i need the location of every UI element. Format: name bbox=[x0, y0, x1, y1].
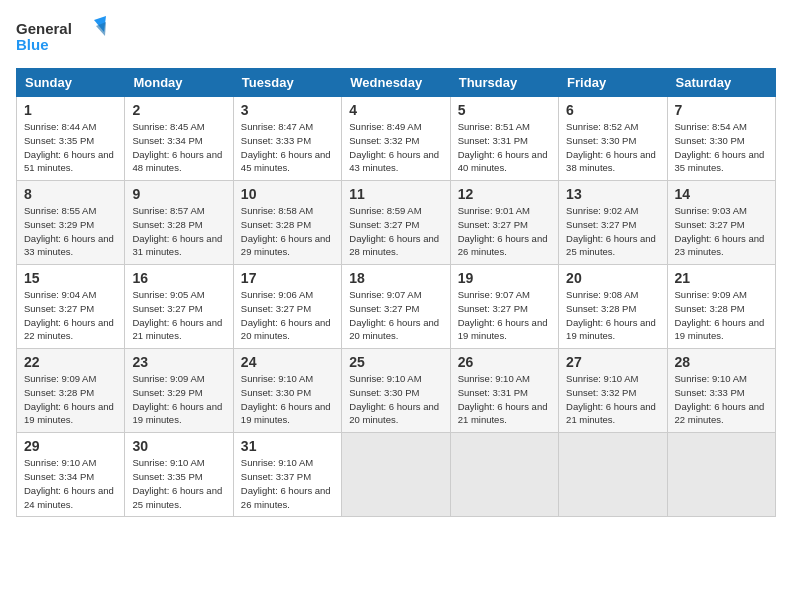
day-number: 11 bbox=[349, 186, 442, 202]
day-number: 25 bbox=[349, 354, 442, 370]
logo: General Blue bbox=[16, 16, 106, 56]
calendar-cell: 7Sunrise: 8:54 AMSunset: 3:30 PMDaylight… bbox=[667, 97, 775, 181]
day-number: 1 bbox=[24, 102, 117, 118]
day-info: Sunrise: 9:03 AMSunset: 3:27 PMDaylight:… bbox=[675, 204, 768, 259]
day-number: 8 bbox=[24, 186, 117, 202]
day-info: Sunrise: 8:58 AMSunset: 3:28 PMDaylight:… bbox=[241, 204, 334, 259]
calendar-table: SundayMondayTuesdayWednesdayThursdayFrid… bbox=[16, 68, 776, 517]
day-number: 5 bbox=[458, 102, 551, 118]
day-number: 10 bbox=[241, 186, 334, 202]
col-header-saturday: Saturday bbox=[667, 69, 775, 97]
day-info: Sunrise: 9:09 AMSunset: 3:28 PMDaylight:… bbox=[675, 288, 768, 343]
calendar-cell: 13Sunrise: 9:02 AMSunset: 3:27 PMDayligh… bbox=[559, 181, 667, 265]
day-info: Sunrise: 9:10 AMSunset: 3:37 PMDaylight:… bbox=[241, 456, 334, 511]
col-header-tuesday: Tuesday bbox=[233, 69, 341, 97]
day-info: Sunrise: 9:08 AMSunset: 3:28 PMDaylight:… bbox=[566, 288, 659, 343]
day-number: 23 bbox=[132, 354, 225, 370]
calendar-cell: 29Sunrise: 9:10 AMSunset: 3:34 PMDayligh… bbox=[17, 433, 125, 517]
day-info: Sunrise: 8:47 AMSunset: 3:33 PMDaylight:… bbox=[241, 120, 334, 175]
calendar-cell: 5Sunrise: 8:51 AMSunset: 3:31 PMDaylight… bbox=[450, 97, 558, 181]
calendar-cell bbox=[559, 433, 667, 517]
day-info: Sunrise: 9:10 AMSunset: 3:31 PMDaylight:… bbox=[458, 372, 551, 427]
day-info: Sunrise: 8:49 AMSunset: 3:32 PMDaylight:… bbox=[349, 120, 442, 175]
day-info: Sunrise: 8:57 AMSunset: 3:28 PMDaylight:… bbox=[132, 204, 225, 259]
day-info: Sunrise: 9:01 AMSunset: 3:27 PMDaylight:… bbox=[458, 204, 551, 259]
col-header-wednesday: Wednesday bbox=[342, 69, 450, 97]
calendar-cell: 22Sunrise: 9:09 AMSunset: 3:28 PMDayligh… bbox=[17, 349, 125, 433]
col-header-monday: Monday bbox=[125, 69, 233, 97]
calendar-cell: 21Sunrise: 9:09 AMSunset: 3:28 PMDayligh… bbox=[667, 265, 775, 349]
day-number: 29 bbox=[24, 438, 117, 454]
svg-text:General: General bbox=[16, 20, 72, 37]
day-info: Sunrise: 9:09 AMSunset: 3:28 PMDaylight:… bbox=[24, 372, 117, 427]
day-number: 14 bbox=[675, 186, 768, 202]
col-header-friday: Friday bbox=[559, 69, 667, 97]
day-info: Sunrise: 9:10 AMSunset: 3:35 PMDaylight:… bbox=[132, 456, 225, 511]
calendar-cell: 14Sunrise: 9:03 AMSunset: 3:27 PMDayligh… bbox=[667, 181, 775, 265]
day-info: Sunrise: 9:10 AMSunset: 3:33 PMDaylight:… bbox=[675, 372, 768, 427]
logo-svg: General Blue bbox=[16, 16, 106, 56]
calendar-cell: 4Sunrise: 8:49 AMSunset: 3:32 PMDaylight… bbox=[342, 97, 450, 181]
day-info: Sunrise: 9:06 AMSunset: 3:27 PMDaylight:… bbox=[241, 288, 334, 343]
day-number: 20 bbox=[566, 270, 659, 286]
day-number: 28 bbox=[675, 354, 768, 370]
calendar-cell: 9Sunrise: 8:57 AMSunset: 3:28 PMDaylight… bbox=[125, 181, 233, 265]
calendar-week-4: 22Sunrise: 9:09 AMSunset: 3:28 PMDayligh… bbox=[17, 349, 776, 433]
calendar-cell: 10Sunrise: 8:58 AMSunset: 3:28 PMDayligh… bbox=[233, 181, 341, 265]
calendar-cell: 27Sunrise: 9:10 AMSunset: 3:32 PMDayligh… bbox=[559, 349, 667, 433]
calendar-week-1: 1Sunrise: 8:44 AMSunset: 3:35 PMDaylight… bbox=[17, 97, 776, 181]
page-header: General Blue bbox=[16, 16, 776, 56]
calendar-header-row: SundayMondayTuesdayWednesdayThursdayFrid… bbox=[17, 69, 776, 97]
day-number: 24 bbox=[241, 354, 334, 370]
calendar-cell: 20Sunrise: 9:08 AMSunset: 3:28 PMDayligh… bbox=[559, 265, 667, 349]
day-number: 18 bbox=[349, 270, 442, 286]
day-number: 2 bbox=[132, 102, 225, 118]
day-number: 26 bbox=[458, 354, 551, 370]
day-info: Sunrise: 9:07 AMSunset: 3:27 PMDaylight:… bbox=[349, 288, 442, 343]
calendar-cell: 16Sunrise: 9:05 AMSunset: 3:27 PMDayligh… bbox=[125, 265, 233, 349]
day-number: 12 bbox=[458, 186, 551, 202]
calendar-cell: 3Sunrise: 8:47 AMSunset: 3:33 PMDaylight… bbox=[233, 97, 341, 181]
day-number: 21 bbox=[675, 270, 768, 286]
day-number: 7 bbox=[675, 102, 768, 118]
day-info: Sunrise: 9:10 AMSunset: 3:30 PMDaylight:… bbox=[241, 372, 334, 427]
col-header-sunday: Sunday bbox=[17, 69, 125, 97]
calendar-cell: 28Sunrise: 9:10 AMSunset: 3:33 PMDayligh… bbox=[667, 349, 775, 433]
calendar-cell: 15Sunrise: 9:04 AMSunset: 3:27 PMDayligh… bbox=[17, 265, 125, 349]
calendar-cell: 8Sunrise: 8:55 AMSunset: 3:29 PMDaylight… bbox=[17, 181, 125, 265]
day-number: 27 bbox=[566, 354, 659, 370]
day-number: 15 bbox=[24, 270, 117, 286]
calendar-week-2: 8Sunrise: 8:55 AMSunset: 3:29 PMDaylight… bbox=[17, 181, 776, 265]
day-number: 9 bbox=[132, 186, 225, 202]
calendar-cell: 26Sunrise: 9:10 AMSunset: 3:31 PMDayligh… bbox=[450, 349, 558, 433]
day-info: Sunrise: 8:51 AMSunset: 3:31 PMDaylight:… bbox=[458, 120, 551, 175]
day-number: 17 bbox=[241, 270, 334, 286]
calendar-cell: 18Sunrise: 9:07 AMSunset: 3:27 PMDayligh… bbox=[342, 265, 450, 349]
day-info: Sunrise: 8:55 AMSunset: 3:29 PMDaylight:… bbox=[24, 204, 117, 259]
day-number: 31 bbox=[241, 438, 334, 454]
day-info: Sunrise: 8:54 AMSunset: 3:30 PMDaylight:… bbox=[675, 120, 768, 175]
svg-text:Blue: Blue bbox=[16, 36, 49, 53]
day-info: Sunrise: 9:10 AMSunset: 3:32 PMDaylight:… bbox=[566, 372, 659, 427]
day-number: 6 bbox=[566, 102, 659, 118]
calendar-week-5: 29Sunrise: 9:10 AMSunset: 3:34 PMDayligh… bbox=[17, 433, 776, 517]
calendar-cell: 2Sunrise: 8:45 AMSunset: 3:34 PMDaylight… bbox=[125, 97, 233, 181]
calendar-cell: 12Sunrise: 9:01 AMSunset: 3:27 PMDayligh… bbox=[450, 181, 558, 265]
col-header-thursday: Thursday bbox=[450, 69, 558, 97]
calendar-week-3: 15Sunrise: 9:04 AMSunset: 3:27 PMDayligh… bbox=[17, 265, 776, 349]
calendar-cell: 30Sunrise: 9:10 AMSunset: 3:35 PMDayligh… bbox=[125, 433, 233, 517]
calendar-cell: 17Sunrise: 9:06 AMSunset: 3:27 PMDayligh… bbox=[233, 265, 341, 349]
day-number: 30 bbox=[132, 438, 225, 454]
day-number: 13 bbox=[566, 186, 659, 202]
calendar-cell: 24Sunrise: 9:10 AMSunset: 3:30 PMDayligh… bbox=[233, 349, 341, 433]
calendar-cell: 11Sunrise: 8:59 AMSunset: 3:27 PMDayligh… bbox=[342, 181, 450, 265]
day-info: Sunrise: 8:45 AMSunset: 3:34 PMDaylight:… bbox=[132, 120, 225, 175]
day-info: Sunrise: 9:05 AMSunset: 3:27 PMDaylight:… bbox=[132, 288, 225, 343]
day-number: 4 bbox=[349, 102, 442, 118]
day-number: 19 bbox=[458, 270, 551, 286]
calendar-cell: 31Sunrise: 9:10 AMSunset: 3:37 PMDayligh… bbox=[233, 433, 341, 517]
day-info: Sunrise: 9:02 AMSunset: 3:27 PMDaylight:… bbox=[566, 204, 659, 259]
calendar-cell: 25Sunrise: 9:10 AMSunset: 3:30 PMDayligh… bbox=[342, 349, 450, 433]
calendar-cell bbox=[342, 433, 450, 517]
calendar-cell bbox=[667, 433, 775, 517]
